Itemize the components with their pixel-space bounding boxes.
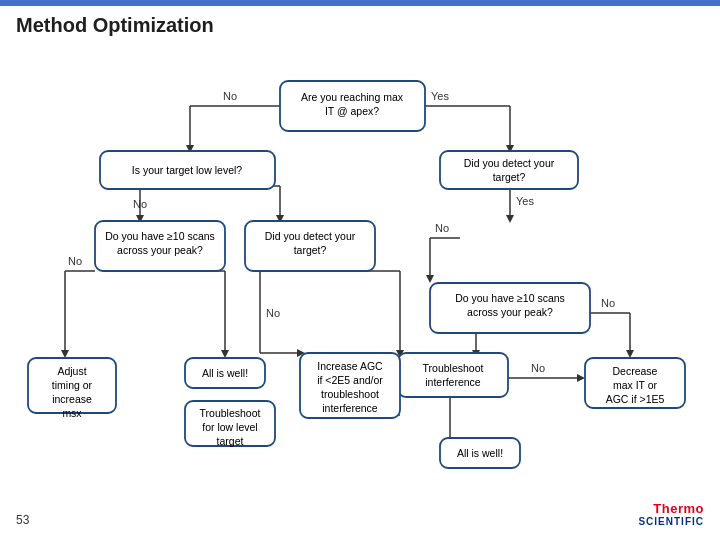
svg-text:timing or: timing or xyxy=(52,379,93,391)
svg-text:All is well!: All is well! xyxy=(457,447,503,459)
svg-text:No: No xyxy=(266,307,280,319)
svg-text:AGC if >1E5: AGC if >1E5 xyxy=(606,393,665,405)
svg-marker-36 xyxy=(577,374,585,382)
svg-text:for low level: for low level xyxy=(202,421,257,433)
svg-text:No: No xyxy=(133,198,147,210)
svg-rect-69 xyxy=(398,353,508,397)
svg-text:All is well!: All is well! xyxy=(202,367,248,379)
svg-text:No: No xyxy=(531,362,545,374)
svg-text:Troubleshoot: Troubleshoot xyxy=(200,407,261,419)
svg-text:Is your target low level?: Is your target low level? xyxy=(132,164,242,176)
svg-text:msx: msx xyxy=(62,407,82,419)
logo-thermo: Thermo xyxy=(653,501,704,516)
svg-text:No: No xyxy=(435,222,449,234)
svg-text:Decrease: Decrease xyxy=(613,365,658,377)
svg-text:No: No xyxy=(223,90,237,102)
svg-text:Do you have ≥10 scans: Do you have ≥10 scans xyxy=(455,292,565,304)
svg-text:Adjust: Adjust xyxy=(57,365,86,377)
svg-marker-39 xyxy=(506,215,514,223)
svg-text:Did you detect your: Did you detect your xyxy=(265,230,356,242)
footer-page-number: 53 xyxy=(16,513,29,527)
svg-text:target: target xyxy=(217,435,244,447)
svg-text:Do you have ≥10 scans: Do you have ≥10 scans xyxy=(105,230,215,242)
svg-text:Troubleshoot: Troubleshoot xyxy=(423,362,484,374)
svg-text:troubleshoot: troubleshoot xyxy=(321,388,379,400)
svg-marker-20 xyxy=(221,350,229,358)
svg-marker-43 xyxy=(426,275,434,283)
svg-text:Yes: Yes xyxy=(516,195,534,207)
svg-marker-49 xyxy=(626,350,634,358)
svg-text:Did you detect your: Did you detect your xyxy=(464,157,555,169)
svg-text:interference: interference xyxy=(322,402,378,414)
flowchart-svg: No Yes No Yes No Yes No Yes Y xyxy=(0,43,720,533)
page-title: Method Optimization xyxy=(0,6,720,43)
svg-marker-17 xyxy=(61,350,69,358)
logo-area: Thermo SCIENTIFIC xyxy=(638,501,704,527)
svg-text:No: No xyxy=(68,255,82,267)
svg-text:across your peak?: across your peak? xyxy=(467,306,553,318)
svg-text:increase: increase xyxy=(52,393,92,405)
svg-text:IT @ apex?: IT @ apex? xyxy=(325,105,379,117)
svg-text:across your peak?: across your peak? xyxy=(117,244,203,256)
svg-text:Yes: Yes xyxy=(431,90,449,102)
svg-text:target?: target? xyxy=(493,171,526,183)
svg-text:if <2E5 and/or: if <2E5 and/or xyxy=(317,374,383,386)
svg-text:interference: interference xyxy=(425,376,481,388)
svg-text:target?: target? xyxy=(294,244,327,256)
logo-fisher: SCIENTIFIC xyxy=(638,516,704,527)
svg-text:max IT or: max IT or xyxy=(613,379,658,391)
svg-text:No: No xyxy=(601,297,615,309)
svg-text:Are you reaching max: Are you reaching max xyxy=(301,91,404,103)
flowchart-content: No Yes No Yes No Yes No Yes Y xyxy=(0,43,720,533)
svg-text:Increase AGC: Increase AGC xyxy=(317,360,383,372)
